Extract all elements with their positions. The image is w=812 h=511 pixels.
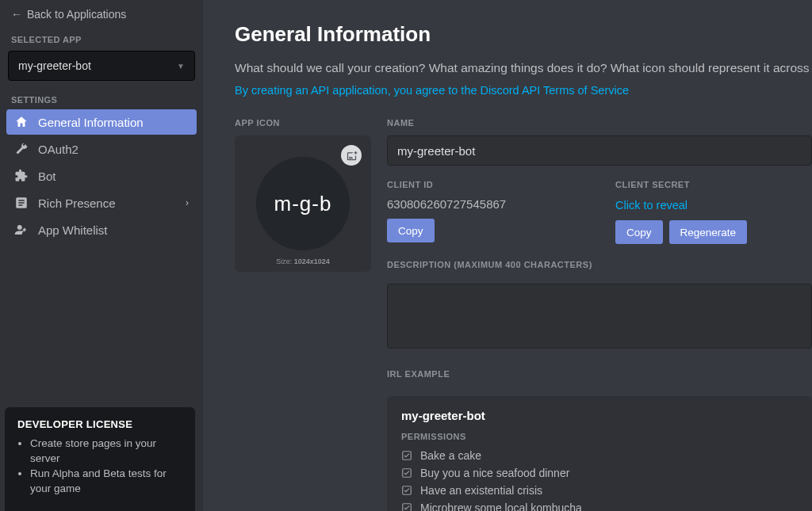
page-title: General Information (235, 22, 812, 47)
arrow-left-icon: ← (11, 8, 22, 21)
check-icon (401, 467, 412, 479)
app-selector-value: my-greeter-bot (18, 59, 91, 72)
client-secret-label: CLIENT SECRET (615, 180, 812, 189)
description-input[interactable] (387, 284, 812, 349)
irl-app-name: my-greeter-bot (401, 409, 798, 422)
permission-item: Microbrew some local kombucha (401, 501, 798, 511)
developer-license-list: Create store pages in your server Run Al… (17, 437, 182, 497)
back-label: Back to Applications (27, 8, 126, 21)
main-content: General Information What should we call … (203, 0, 812, 511)
copy-client-id-button[interactable]: Copy (387, 219, 435, 242)
chevron-right-icon: › (186, 197, 189, 208)
selected-app-label: SELECTED APP (0, 30, 203, 48)
sidebar: ← Back to Applications SELECTED APP my-g… (0, 0, 203, 511)
description-label: DESCRIPTION (MAXIMUM 400 CHARACTERS) (387, 260, 812, 269)
wrench-icon (14, 142, 29, 156)
permission-item: Have an existential crisis (401, 484, 798, 497)
app-icon-label: APP ICON (235, 118, 371, 128)
developer-license-card: DEVELOPER LICENSE Create store pages in … (5, 407, 195, 511)
developer-license-title: DEVELOPER LICENSE (17, 418, 182, 430)
tos-link[interactable]: By creating an API application, you agre… (235, 84, 629, 97)
nav-label: Rich Presence (38, 196, 116, 210)
nav-label: General Information (38, 116, 144, 129)
copy-client-secret-button[interactable]: Copy (615, 220, 663, 244)
client-secret-reveal[interactable]: Click to reveal (615, 199, 688, 212)
nav-bot[interactable]: Bot (6, 163, 197, 189)
app-icon-uploader[interactable]: m-g-b Size: 1024x1024 (235, 135, 371, 272)
app-icon-size: Size: 1024x1024 (235, 257, 371, 265)
check-icon (401, 502, 412, 511)
regenerate-secret-button[interactable]: Regenerate (669, 220, 748, 244)
irl-example-card: my-greeter-bot PERMISSIONS Bake a cake B… (387, 396, 812, 511)
client-id-label: CLIENT ID (387, 180, 584, 189)
check-icon (401, 450, 412, 461)
name-input[interactable] (387, 135, 812, 166)
permissions-list: Bake a cake Buy you a nice seafood dinne… (401, 449, 798, 511)
user-add-icon (14, 223, 29, 237)
app-icon-initials: m-g-b (274, 192, 332, 216)
nav-label: Bot (38, 170, 56, 183)
nav-label: OAuth2 (38, 143, 79, 156)
app-icon-preview: m-g-b (256, 157, 350, 250)
nav-rich-presence[interactable]: Rich Presence › (6, 190, 197, 215)
irl-example-label: IRL EXAMPLE (387, 369, 812, 379)
permission-item: Buy you a nice seafood dinner (401, 467, 798, 479)
developer-license-item: Run Alpha and Beta tests for your game (30, 467, 182, 497)
permissions-label: PERMISSIONS (401, 432, 798, 441)
nav-label: App Whitelist (38, 223, 108, 237)
page-subtitle: What should we call your creation? What … (235, 61, 812, 75)
puzzle-icon (14, 169, 29, 183)
settings-label: SETTINGS (0, 90, 203, 108)
nav-oauth2[interactable]: OAuth2 (6, 136, 197, 162)
add-image-icon (341, 145, 362, 166)
developer-license-item: Create store pages in your server (30, 437, 182, 467)
nav-general-information[interactable]: General Information (6, 109, 197, 135)
back-to-applications[interactable]: ← Back to Applications (0, 0, 203, 30)
name-label: NAME (387, 118, 812, 128)
app-selector[interactable]: my-greeter-bot ▼ (8, 51, 195, 81)
client-id-value: 630806260727545867 (387, 197, 584, 211)
svg-rect-3 (403, 504, 412, 511)
nav-app-whitelist[interactable]: App Whitelist (6, 217, 197, 242)
settings-nav: General Information OAuth2 Bot Rich Pres… (0, 108, 203, 244)
chevron-down-icon: ▼ (177, 62, 185, 71)
check-icon (401, 485, 412, 496)
permission-item: Bake a cake (401, 449, 798, 462)
home-icon (14, 115, 29, 129)
document-icon (14, 196, 29, 210)
